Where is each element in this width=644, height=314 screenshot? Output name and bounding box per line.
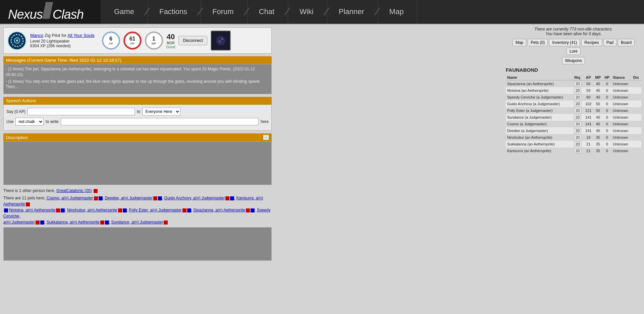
nav-chat[interactable]: Chat bbox=[246, 0, 288, 23]
char-zig-label: Zig Pilot for bbox=[45, 33, 67, 38]
cell-dis bbox=[632, 134, 641, 141]
pet-icon-7b bbox=[251, 208, 255, 212]
faunabond-row[interactable]: Ninshubur (an Aethersprite) 20 18 35 0 U… bbox=[506, 134, 641, 141]
write-input[interactable] bbox=[61, 118, 259, 125]
item-select[interactable]: red chalkother item bbox=[15, 118, 44, 126]
board-btn[interactable]: Board bbox=[618, 39, 635, 46]
char-name-link[interactable]: Manco bbox=[30, 33, 43, 38]
pet-link-6[interactable]: Polly Ester, a(n) Judgemaster bbox=[129, 208, 181, 212]
cell-hp: 0 bbox=[603, 114, 611, 121]
nav-planner[interactable]: Planner bbox=[325, 0, 378, 23]
mor-label: MOR bbox=[167, 41, 174, 45]
cell-name: Sipazianna (an Aethersprite) bbox=[506, 80, 572, 87]
cell-hp: 0 bbox=[603, 147, 611, 154]
pet-link-5[interactable]: Ninshubur, a(n) Aethersprite bbox=[67, 208, 117, 212]
pet-icon-1b bbox=[158, 196, 162, 200]
pet-link-7[interactable]: Sipazianna, a(n) Aethersprite bbox=[193, 208, 245, 212]
char-header: Manco Zig Pilot for All Your Souls Level… bbox=[3, 27, 272, 54]
faunabond-row[interactable]: Guido Anchovy (a Judgemaster) 20 102 50 … bbox=[506, 101, 641, 107]
faunabond-row[interactable]: Speedy Cerviche (a Judgemaster) 20 80 40… bbox=[506, 94, 641, 101]
cell-mp: 35 bbox=[593, 141, 603, 147]
nav-wiki[interactable]: Wiki bbox=[286, 0, 327, 23]
char-faction-link[interactable]: All Your Souls bbox=[67, 33, 94, 38]
here-label: here bbox=[261, 119, 269, 124]
pet-link-1[interactable]: Deedee, a(n) Judgemaster bbox=[105, 196, 153, 200]
message-entry-1: - (1 times) You step onto the wide glass… bbox=[6, 79, 269, 90]
cell-mp: 40 bbox=[593, 94, 603, 101]
cell-stance: Unknown bbox=[611, 134, 632, 141]
nav-map[interactable]: Map bbox=[376, 0, 418, 23]
char-avatar-icon bbox=[8, 32, 26, 50]
speech-say-row: Say (0 AP) to Everyone HereSpecific Pers… bbox=[6, 108, 269, 116]
faunabond-row[interactable]: Polly Ester (a Judgemaster) 20 121 50 0 … bbox=[506, 107, 641, 114]
bottom-area bbox=[3, 227, 272, 261]
pet-icon-5r bbox=[118, 208, 122, 212]
pet-icon-0r bbox=[94, 196, 98, 200]
pet-icon-4r bbox=[56, 208, 60, 212]
lore-btn[interactable]: Lore bbox=[567, 48, 581, 55]
nav-factions[interactable]: Factions bbox=[146, 0, 201, 23]
inventory-btn[interactable]: Inventory (41) bbox=[549, 39, 580, 46]
faunabond-row[interactable]: Deedee (a Judgemaster) 20 141 40 0 Unkno… bbox=[506, 127, 641, 134]
map-btn[interactable]: Map bbox=[513, 39, 526, 46]
faunabond-row[interactable]: Sipazianna (an Aethersprite) 20 56 40 0 … bbox=[506, 80, 641, 87]
say-input[interactable] bbox=[28, 108, 135, 115]
faunabond-row[interactable]: Sukkalanna (an Aethersprite) 20 21 35 0 … bbox=[506, 141, 641, 147]
col-mp: MP bbox=[593, 75, 603, 80]
pets-btn[interactable]: Pets (0) bbox=[528, 39, 548, 46]
cell-name: Sukkalanna (an Aethersprite) bbox=[506, 141, 572, 147]
messages-body[interactable]: - (2 times) The pet, Sipazianna (an Aeth… bbox=[3, 64, 272, 94]
cell-rej: 20 bbox=[572, 101, 583, 107]
pad-btn[interactable]: Pad bbox=[603, 39, 616, 46]
ap-circle: 6 AP bbox=[102, 32, 120, 50]
faunabond-row[interactable]: Ninisina (an Aethersprite) 20 59 40 0 Un… bbox=[506, 87, 641, 94]
pet-link-4[interactable]: Ninisina, a(n) Aethersprite bbox=[9, 208, 55, 212]
cell-stance: Unknown bbox=[611, 80, 632, 87]
messages-header: Messages (Current Game Time: Wed 2022-01… bbox=[3, 56, 272, 64]
speech-title: Speech Actions bbox=[6, 98, 36, 103]
recipes-btn[interactable]: Recipes bbox=[581, 39, 602, 46]
faunabond-row[interactable]: Kanisurra (an Aethersprite) 20 21 35 0 U… bbox=[506, 147, 641, 154]
nav-forum[interactable]: Forum bbox=[199, 0, 248, 23]
pets-count-text: There are 11 pets here, Cosmo, a(n) Judg… bbox=[3, 195, 272, 225]
write-label: to write bbox=[46, 119, 59, 124]
cell-rej: 20 bbox=[572, 107, 583, 114]
cell-name: Kanisurra (an Aethersprite) bbox=[506, 147, 572, 154]
cell-dis bbox=[632, 114, 641, 121]
col-hp: HP bbox=[603, 75, 611, 80]
svg-point-4 bbox=[216, 36, 225, 45]
cell-hp: 0 bbox=[603, 121, 611, 127]
description-collapse-btn[interactable]: − bbox=[263, 135, 269, 140]
target-select[interactable]: Everyone HereSpecific Person bbox=[142, 108, 180, 116]
nav-game[interactable]: Game bbox=[101, 0, 148, 23]
pet-link-0[interactable]: Cosmo, a(n) Judgemaster bbox=[47, 196, 93, 200]
col-ap: AP bbox=[583, 75, 593, 80]
cell-stance: Unknown bbox=[611, 94, 632, 101]
pet-link-9[interactable]: Sukkalanna, a(n) Aethersprite bbox=[47, 220, 100, 225]
faunabond-row[interactable]: Cosmo (a Judgemaster) 20 141 40 0 Unknow… bbox=[506, 121, 641, 127]
cell-name: Guido Anchovy (a Judgemaster) bbox=[506, 101, 572, 107]
cell-ap: 80 bbox=[583, 94, 593, 101]
pet-icon-8b bbox=[40, 221, 44, 225]
cell-hp: 0 bbox=[603, 107, 611, 114]
cell-hp: 0 bbox=[603, 134, 611, 141]
svg-point-6 bbox=[218, 40, 221, 43]
cell-rej: 20 bbox=[572, 121, 583, 127]
person-link[interactable]: GreatCatatonic (20) bbox=[56, 188, 92, 193]
faunabond-table: Name Rej. AP MP HP Stance Dis Sipazianna… bbox=[506, 75, 641, 154]
cell-name: Ninshubur (an Aethersprite) bbox=[506, 134, 572, 141]
weapons-btn[interactable]: Weapons bbox=[562, 57, 585, 64]
faunabond-row[interactable]: Sundance (a Judgemaster) 20 141 40 0 Unk… bbox=[506, 114, 641, 121]
cell-hp: 0 bbox=[603, 94, 611, 101]
pets-text: There are 11 pets here, bbox=[3, 196, 45, 200]
message-entry-0: - (2 times) The pet, Sipazianna (an Aeth… bbox=[6, 66, 269, 78]
pet-link-2[interactable]: Guido Anchovy, a(n) Judgemaster bbox=[164, 196, 225, 200]
pet-icon-0b bbox=[99, 196, 103, 200]
col-stance: Stance bbox=[611, 75, 632, 80]
cell-dis bbox=[632, 121, 641, 127]
pet-link-10[interactable]: Sundance, a(n) Judgemaster bbox=[111, 220, 163, 225]
cell-rej: 20 bbox=[572, 134, 583, 141]
cell-ap: 21 bbox=[583, 141, 593, 147]
disconnect-button[interactable]: Disconnect bbox=[178, 36, 207, 45]
site-logo[interactable]: Nexus Clash bbox=[0, 0, 101, 23]
